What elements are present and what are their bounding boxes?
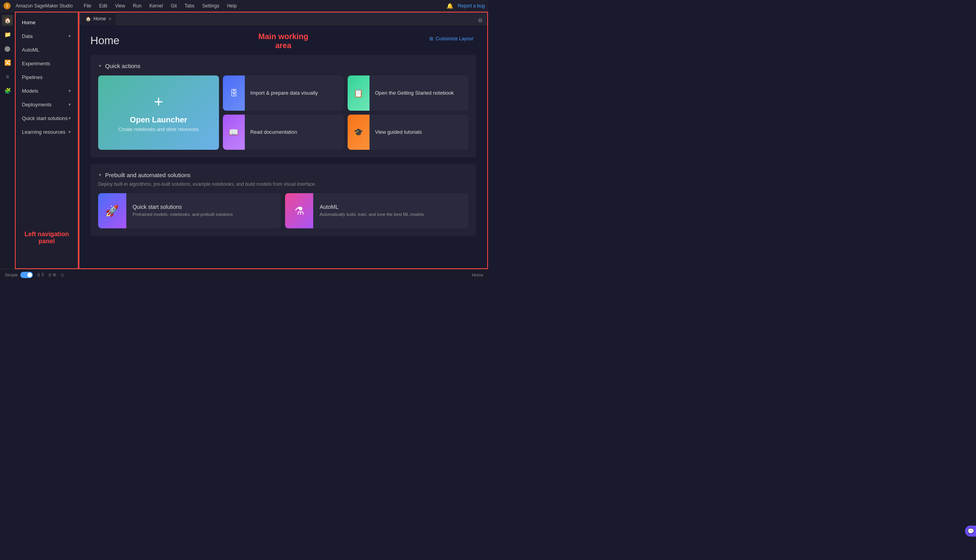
count2-icon: ⊞ [53, 273, 56, 277]
tab-bar: 🏠 Home ✕ ⚙ [79, 13, 487, 25]
quick-actions-grid: + Open Launcher Create notebooks and oth… [98, 75, 468, 150]
notebook-glyph: 📋 [353, 88, 363, 98]
nav-item-quick-start[interactable]: Quick start solutions ▼ [16, 111, 78, 125]
tutorials-icon: 🎓 [348, 115, 370, 150]
prebuilt-section: ▼ Prebuilt and automated solutions Deplo… [90, 164, 476, 236]
book-icon: 📖 [229, 127, 239, 137]
nav-label-pipelines: Pipelines [22, 74, 43, 80]
rocket-icon: 🚀 [98, 193, 126, 228]
notification-icon[interactable]: 🔔 [447, 3, 453, 9]
menu-edit[interactable]: Edit [96, 2, 110, 9]
sidebar-icon-files[interactable]: 📁 [2, 29, 13, 40]
customize-icon: ⊞ [429, 36, 433, 41]
prebuilt-chevron[interactable]: ▼ [98, 173, 102, 177]
chevron-quick-start: ▼ [68, 116, 72, 120]
nav-label-deployments: Deployments [22, 102, 52, 108]
launcher-desc: Create notebooks and other resources [112, 127, 205, 132]
sidebar-icon-list[interactable]: ≡ [2, 71, 13, 82]
tab-close-icon[interactable]: ✕ [108, 17, 111, 21]
guided-tutorials-card[interactable]: 🎓 View guided tutorials [348, 115, 468, 150]
nav-label-quick-start: Quick start solutions [22, 115, 68, 121]
customize-layout-button[interactable]: ⊞ Customize Layout [426, 34, 476, 43]
sidebar-icon-git[interactable]: 🔀 [2, 57, 13, 68]
menu-run[interactable]: Run [130, 2, 145, 9]
quick-actions-header: ▼ Quick actions [98, 63, 468, 69]
flask-icon: ⚗ [285, 193, 313, 228]
getting-started-card[interactable]: 📋 Open the Getting Started notebook [348, 75, 468, 111]
nav-label-home: Home [22, 20, 36, 25]
nav-label-experiments: Experiments [22, 61, 50, 66]
open-launcher-card[interactable]: + Open Launcher Create notebooks and oth… [98, 75, 219, 150]
read-docs-body: Read documentation [245, 115, 303, 150]
sidebar-icon-puzzle[interactable]: 🧩 [2, 85, 13, 96]
gear-button[interactable]: ⚙ [475, 15, 486, 26]
notebook-icon: 📋 [348, 75, 370, 111]
quick-start-solutions-card[interactable]: 🚀 Quick start solutions Pretrained model… [98, 193, 282, 228]
menu-help[interactable]: Help [224, 2, 240, 9]
status-right: Home [472, 273, 483, 277]
status-count1: 0 S [38, 273, 44, 277]
menu-tabs[interactable]: Tabs [181, 2, 197, 9]
nav-label-data: Data [22, 33, 32, 39]
menu-bar: S Amazon SageMaker Studio File Edit View… [0, 0, 488, 12]
page-title: Home [90, 34, 120, 47]
simple-label: Simple [5, 273, 18, 277]
nav-label-automl: AutoML [22, 47, 39, 53]
guided-tutorials-body: View guided tutorials [370, 115, 427, 150]
page-header: Home ⊞ Customize Layout [90, 34, 476, 47]
chevron-deployments: ▼ [68, 102, 72, 107]
quick-start-title: Quick start solutions [133, 204, 233, 210]
menu-settings[interactable]: Settings [199, 2, 222, 9]
guided-tutorials-title: View guided tutorials [375, 129, 422, 135]
flask-glyph: ⚗ [294, 205, 304, 217]
report-bug-link[interactable]: Report a bug [458, 3, 485, 9]
import-data-card[interactable]: 🗄 Import & prepare data visually [223, 75, 344, 111]
tab-home-icon: 🏠 [86, 16, 91, 22]
nav-item-pipelines[interactable]: Pipelines [16, 70, 78, 84]
sidebar-icon-home[interactable]: 🏠 [2, 15, 13, 26]
chevron-data: ▼ [68, 34, 72, 38]
menu-git[interactable]: Git [168, 2, 180, 9]
menu-view[interactable]: View [112, 2, 128, 9]
docs-icon: 📖 [223, 115, 245, 150]
nav-item-automl[interactable]: AutoML [16, 43, 78, 57]
sidebar-icon-circle[interactable]: ⬤ [2, 43, 13, 54]
prebuilt-title: Prebuilt and automated solutions [105, 172, 190, 178]
nav-item-data[interactable]: Data ▼ [16, 29, 78, 43]
count2-value: 0 [48, 273, 51, 277]
nav-item-home[interactable]: Home [16, 16, 78, 29]
status-count2: 0 ⊞ [48, 273, 56, 277]
prebuilt-desc: Deploy built-in algorithms, pre-built so… [98, 181, 468, 187]
prebuilt-header: ▼ Prebuilt and automated solutions [98, 172, 468, 178]
nav-item-models[interactable]: Models ▼ [16, 84, 78, 98]
nav-label-models: Models [22, 88, 38, 94]
nav-item-learning[interactable]: Learning resources ▼ [16, 125, 78, 139]
menu-file[interactable]: File [81, 2, 94, 9]
quick-start-desc: Pretrained models, notebooks, and prebui… [133, 212, 233, 217]
import-data-icon: 🗄 [223, 75, 245, 111]
launcher-title: Open Launcher [130, 115, 187, 124]
menu-kernel[interactable]: Kernel [146, 2, 166, 9]
count1-icon: S [41, 273, 44, 277]
chevron-models: ▼ [68, 89, 72, 93]
quick-start-body: Quick start solutions Pretrained models,… [126, 199, 239, 222]
chevron-learning: ▼ [68, 130, 72, 134]
svg-text:S: S [6, 4, 9, 8]
sidebar-overlay-label: Left navigationpanel [25, 231, 69, 245]
quick-actions-section: ▼ Quick actions + Open Launcher Create n… [90, 55, 476, 158]
import-data-title: Import & prepare data visually [250, 90, 318, 96]
tab-home-label: Home [93, 16, 106, 22]
getting-started-title: Open the Getting Started notebook [375, 90, 454, 96]
quick-actions-chevron[interactable]: ▼ [98, 64, 102, 68]
solutions-grid: 🚀 Quick start solutions Pretrained model… [98, 193, 468, 228]
read-docs-title: Read documentation [250, 129, 297, 135]
tab-home[interactable]: 🏠 Home ✕ [81, 13, 117, 25]
automl-desc: Automatically build, train, and tune the… [319, 212, 424, 217]
content-area: Home ⊞ Customize Layout ▼ Quick actions [79, 25, 487, 268]
customize-label: Customize Layout [436, 36, 473, 41]
nav-item-experiments[interactable]: Experiments [16, 57, 78, 70]
automl-card[interactable]: ⚗ AutoML Automatically build, train, and… [285, 193, 468, 228]
read-docs-card[interactable]: 📖 Read documentation [223, 115, 344, 150]
toggle-switch[interactable] [20, 272, 33, 278]
nav-item-deployments[interactable]: Deployments ▼ [16, 98, 78, 111]
